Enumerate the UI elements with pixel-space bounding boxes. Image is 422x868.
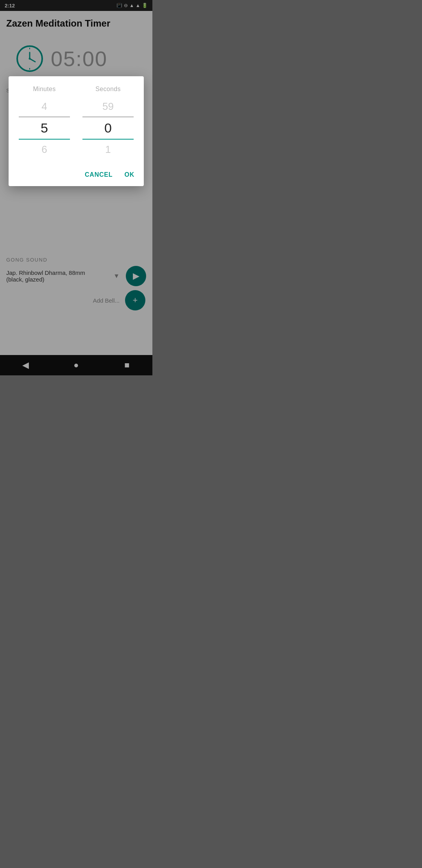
seconds-selected[interactable]: 0 — [76, 117, 140, 139]
seconds-picker[interactable]: Seconds 59 0 1 — [76, 86, 140, 158]
seconds-above: 59 — [76, 98, 140, 117]
seconds-scroll[interactable]: 59 0 1 — [76, 98, 140, 158]
seconds-below: 1 — [76, 140, 140, 158]
minutes-picker[interactable]: Minutes 4 5 6 — [13, 86, 76, 158]
minutes-label: Minutes — [33, 86, 55, 93]
minutes-below: 6 — [13, 140, 76, 158]
minutes-selected[interactable]: 5 — [13, 117, 76, 139]
dialog-overlay — [0, 0, 152, 375]
seconds-label: Seconds — [95, 86, 120, 93]
dialog-actions: CANCEL OK — [9, 158, 144, 186]
minutes-scroll[interactable]: 4 5 6 — [13, 98, 76, 158]
ok-button[interactable]: OK — [123, 169, 136, 181]
picker-container: Minutes 4 5 6 Seconds 59 0 1 — [9, 86, 144, 158]
minutes-above: 4 — [13, 98, 76, 117]
cancel-button[interactable]: CANCEL — [83, 169, 114, 181]
time-picker-dialog: Minutes 4 5 6 Seconds 59 0 1 CANCEL OK — [9, 76, 144, 186]
